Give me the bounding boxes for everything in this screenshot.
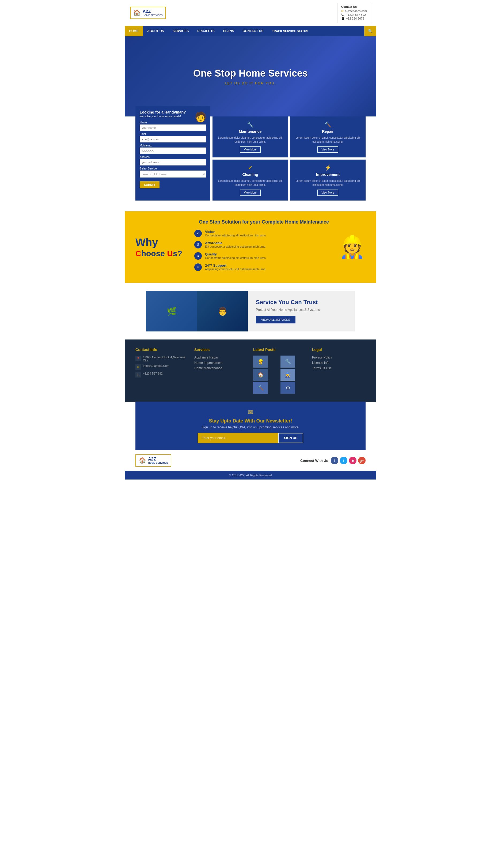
vision-title: Vision [205,230,266,234]
why-left-panel: Why Choose Us? [136,236,189,258]
handyman-icon: 🧑 [194,109,207,125]
contact-label: Contact Us [341,5,367,8]
why-support-text: 24*7 Support Adipiscing consectetur elit… [205,263,266,271]
social-icons: f t ◉ g+ [331,457,365,464]
services-section: Looking for a Handyman? We solve your Ho… [125,106,376,209]
service-card-maintenance: 🔧 Maintenance Lorem ipsum dolor sit amet… [213,116,288,157]
view-all-services-button[interactable]: VIEW ALL SERVICES [256,316,296,324]
why-item-affordable: $ Affordable Elit consectetur adipiscing… [194,241,333,248]
trust-image-right: 👨 [197,291,248,331]
logo-house-icon: 🏠 [133,9,140,16]
post-thumb-4[interactable]: 👨‍🔧 [280,369,295,381]
nav-plans[interactable]: PLANS [219,26,238,36]
maintenance-title: Maintenance [217,129,284,134]
newsletter-signup-button[interactable]: SIGN UP [278,433,303,443]
footer-legal-col: Legal Privacy Policy Licence Info Terms … [312,348,365,394]
cleaning-desc: Lorem ipsum dolor sit amet, consectetur … [217,179,284,187]
footer-contact-col: Contact Info 📍 1234k Avenue,Block-4,New … [136,348,189,394]
footer-terms[interactable]: Terms Of Use [312,366,365,370]
affordable-title: Affordable [205,241,266,245]
newsletter-form: SIGN UP [144,433,357,443]
footer-address: 1234k Avenue,Block-4,New York City. [143,356,189,362]
contact-email-item: ✉ a2zservices.com [341,9,367,13]
nav-track[interactable]: TRACK SERVICE STATUS [268,26,312,36]
form-service-select[interactable]: ----- SELECT ----- [140,171,206,178]
nav-projects[interactable]: PROJECTS [193,26,219,36]
footer-bottom: 🏠 A2Z HOME SERVICES Connect With Us f t … [125,450,376,471]
nav-services[interactable]: SERVICES [168,26,193,36]
footer-top: Contact Info 📍 1234k Avenue,Block-4,New … [125,339,376,402]
improvement-title: Improvement [295,172,361,177]
contact-phone1: +1234 567 892 [346,13,366,16]
footer-service-improvement[interactable]: Home Improvement [194,361,248,365]
footer-contact-heading: Contact Info [136,348,189,352]
trust-images: 🌿 👨 [146,291,248,331]
nav-home[interactable]: HOME [125,26,143,36]
post-thumb-5[interactable]: 🔨 [253,382,268,394]
phone2-icon: 📱 [341,17,344,20]
social-title: Connect With Us [300,459,328,463]
header-contact-box: Contact Us ✉ a2zservices.com 📞 +1234 567… [337,3,371,23]
why-worker-image: 👷 [339,234,365,260]
form-submit-button[interactable]: SUBMIT [140,181,160,188]
footer-services-heading: Services [194,348,248,352]
footer-licence[interactable]: Licence Info [312,361,365,365]
form-mobile-label: Mobile no. [140,144,206,147]
post-thumb-1[interactable]: 👷 [253,356,268,368]
why-center-panel: One Stop Solution for your Complete Home… [194,219,333,275]
trust-content: Service You Can Trust Protect All Your H… [248,291,355,331]
contact-phone1-item: 📞 +1234 567 892 [341,13,367,16]
footer-posts-col: Latest Posts 👷 🔧 🏠 👨‍🔧 🔨 ⚙ [253,348,307,394]
vision-icon: ✔ [194,230,202,237]
support-title: 24*7 Support [205,263,266,267]
newsletter-email-input[interactable] [198,433,278,443]
c-letter: C [136,249,141,258]
repair-title: Repair [295,129,361,134]
instagram-icon[interactable]: ◉ [349,457,356,464]
cleaning-icon: ✔ [217,165,284,171]
repair-view-btn[interactable]: View More [317,147,338,152]
logo[interactable]: 🏠 A2Z HOME SERVICES [130,7,166,19]
footer-service-maintenance[interactable]: Home Maintenance [194,366,248,370]
improvement-icon: ⚡ [295,165,361,171]
service-card-cleaning: ✔ Cleaning Lorem ipsum dolor sit amet, c… [213,160,288,201]
latest-posts-grid: 👷 🔧 🏠 👨‍🔧 🔨 ⚙ [253,356,307,394]
footer-privacy[interactable]: Privacy Policy [312,356,365,359]
footer-phone-icon: 📞 [136,372,141,378]
quality-desc: Consectetur adipiscing elit estibulum ni… [205,256,266,260]
maintenance-view-btn[interactable]: View More [240,147,260,152]
post-thumb-6[interactable]: ⚙ [280,382,295,394]
main-nav: HOME ABOUT US SERVICES PROJECTS PLANS CO… [125,26,376,36]
site-header: 🏠 A2Z HOME SERVICES Contact Us ✉ a2zserv… [125,0,376,26]
twitter-icon[interactable]: t [340,457,348,464]
form-name-input[interactable] [140,125,206,131]
social-section: Connect With Us f t ◉ g+ [300,457,365,464]
why-vision-text: Vision Consectetur adipiscing elit estib… [205,230,266,237]
trust-section-wrapper: 🌿 👨 Service You Can Trust Protect All Yo… [125,283,376,339]
post-thumb-3[interactable]: 🏠 [253,369,268,381]
why-center-heading: One Stop Solution for your Complete Home… [194,219,333,225]
footer-service-appliance[interactable]: Appliance Repair [194,356,248,359]
facebook-icon[interactable]: f [331,457,338,464]
footer-logo[interactable]: 🏠 A2Z HOME SERVICES [136,454,171,467]
form-mobile-input[interactable] [140,148,206,154]
search-button[interactable]: 🔍 [364,26,376,36]
copyright-text: © 2017 A2Z. All Rights Reserved [229,474,272,477]
worker-emoji: 👷 [339,234,365,260]
why-quality-text: Quality Consectetur adipiscing elit esti… [205,252,266,260]
trust-section: 🌿 👨 Service You Can Trust Protect All Yo… [146,291,355,331]
repair-icon: 🔨 [295,121,361,128]
form-email-input[interactable] [140,136,206,142]
nav-contact[interactable]: CONTACT US [238,26,268,36]
nav-about[interactable]: ABOUT US [143,26,168,36]
form-address-input[interactable] [140,159,206,166]
post-thumb-2[interactable]: 🔧 [280,356,295,368]
cleaning-view-btn[interactable]: View More [240,190,260,196]
improvement-view-btn[interactable]: View More [317,190,338,196]
googleplus-icon[interactable]: g+ [358,457,365,464]
service-card-repair: 🔨 Repair Lorem ipsum dolor sit amet, con… [290,116,365,157]
maintenance-icon: 🔧 [217,121,284,128]
trust-image-right-inner: 👨 [197,291,248,331]
email-icon: ✉ [341,10,343,13]
maintenance-desc: Lorem ipsum dolor sit amet, consectetur … [217,136,284,144]
